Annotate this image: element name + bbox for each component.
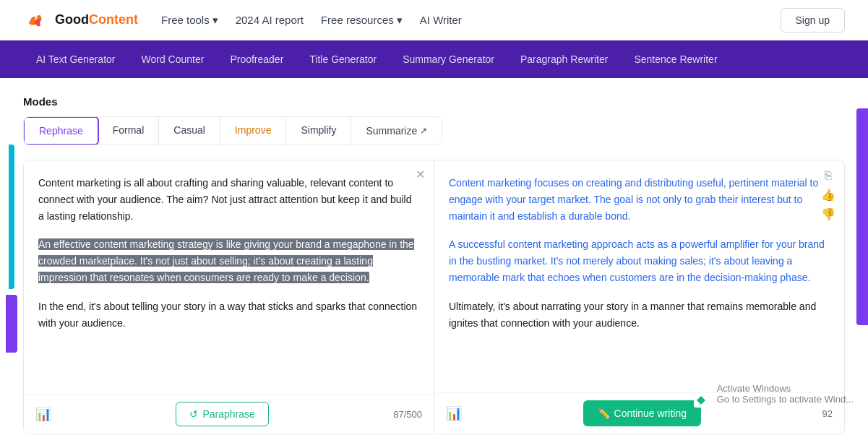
svg-point-1 [37,15,41,20]
left-decoration [0,145,23,353]
copy-icon-button[interactable]: ⎘ [825,169,832,182]
chart-icon[interactable]: 📊 [35,406,51,422]
header-right: Sign up [781,8,845,33]
nav-bar-ai-text-generator[interactable]: AI Text Generator [23,40,128,78]
output-actions: ⎘ 👍 👎 [821,169,835,221]
thumbs-down-button[interactable]: 👎 [821,207,835,221]
nav-bar-sentence-rewriter[interactable]: Sentence Rewriter [621,40,730,78]
output-chart-icon[interactable]: 📊 [446,405,462,421]
right-decoration [856,108,868,325]
input-paragraph-3: In the end, it's about telling your stor… [38,298,419,332]
modes-tabs: Rephrase Formal Casual Improve Simplify … [23,116,442,145]
thumbs-up-button[interactable]: 👍 [821,188,835,202]
continue-writing-button[interactable]: ✏️ Continue writing [583,400,701,426]
paraphrase-button[interactable]: ↺ Paraphrase [176,402,268,426]
header: GoodContent Free tools 2024 AI report Fr… [0,0,868,40]
close-button[interactable]: ✕ [416,169,425,181]
modes-section: Modes Rephrase Formal Casual Improve Sim… [23,95,845,145]
tab-casual[interactable]: Casual [159,117,220,145]
output-paragraph-2: A successful content marketing approach … [449,236,830,286]
nav-ai-report[interactable]: 2024 AI report [236,14,304,26]
output-footer: 📊 ✏️ Continue writing 92 [434,392,844,434]
tab-rephrase[interactable]: Rephrase [23,116,99,145]
external-link-icon: ↗ [420,126,427,136]
nav-bar-title-generator[interactable]: Title Generator [296,40,390,78]
tab-improve[interactable]: Improve [220,117,287,145]
nav-bar-word-counter[interactable]: Word Counter [128,40,217,78]
nav-ai-writer[interactable]: AI Writer [420,14,462,26]
nav-bar-proofreader[interactable]: Proofreader [217,40,296,78]
nav-bar-summary-generator[interactable]: Summary Generator [390,40,507,78]
main-nav: Free tools 2024 AI report Free resources… [161,14,462,27]
main-content: Modes Rephrase Formal Casual Improve Sim… [0,78,868,448]
modes-label: Modes [23,95,845,108]
pencil-icon: ✏️ [598,408,610,419]
highlighted-text: An effective content marketing strategy … [38,238,414,283]
tab-formal[interactable]: Formal [98,117,160,145]
signup-button[interactable]: Sign up [781,8,845,33]
word-count: 87/500 [393,409,422,420]
input-content[interactable]: ✕ Content marketing is all about craftin… [24,160,434,394]
input-paragraph-2: An effective content marketing strategy … [38,236,419,286]
diamond-icon [694,393,708,408]
continue-wrapper: ✏️ Continue writing [583,400,701,426]
nav-free-resources[interactable]: Free resources [321,14,403,27]
input-panel: ✕ Content marketing is all about craftin… [24,160,434,434]
input-footer: 📊 ↺ Paraphrase 87/500 [24,394,434,434]
paraphrase-icon: ↺ [189,408,198,420]
nav-bar-paragraph-rewriter[interactable]: Paragraph Rewriter [507,40,621,78]
logo-icon [23,7,49,33]
logo[interactable]: GoodContent [23,7,138,33]
nav-free-tools[interactable]: Free tools [161,14,218,27]
output-paragraph-1: Content marketing focuses on creating an… [449,175,830,225]
logo-text: GoodContent [55,12,138,27]
editor-row: ✕ Content marketing is all about craftin… [23,160,845,434]
input-paragraph-1: Content marketing is all about crafting … [38,175,419,225]
output-panel: ⎘ 👍 👎 Content marketing focuses on creat… [434,160,844,434]
tool-nav-bar: AI Text Generator Word Counter Proofread… [0,40,868,78]
output-content: ⎘ 👍 👎 Content marketing focuses on creat… [434,160,844,392]
tab-summarize[interactable]: Summarize ↗ [351,117,442,145]
output-paragraph-3: Ultimately, it's about narrating your st… [449,298,830,332]
header-left: GoodContent Free tools 2024 AI report Fr… [23,7,462,33]
output-word-count: 92 [822,408,833,419]
svg-marker-2 [697,396,705,405]
tab-simplify[interactable]: Simplify [286,117,351,145]
